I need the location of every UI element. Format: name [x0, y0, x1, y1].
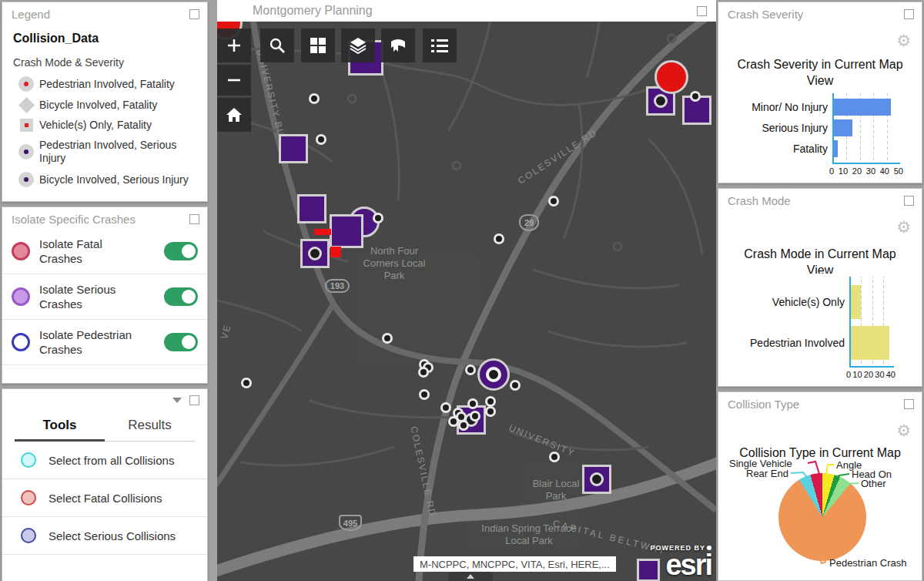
- basemap-gallery-button[interactable]: [301, 29, 335, 62]
- route-shield: 29: [519, 214, 539, 231]
- axis-tick-label: 10: [852, 370, 862, 379]
- crash-point-dot[interactable]: [419, 389, 430, 400]
- crash-point-dot[interactable]: [549, 452, 560, 462]
- bar-track: [851, 285, 894, 319]
- serious-crash-square-marker[interactable]: [330, 214, 363, 248]
- crash-point-dot[interactable]: [510, 380, 521, 391]
- crash-point-dot[interactable]: [485, 406, 496, 417]
- isolate-pedestrian-toggle[interactable]: [164, 333, 198, 351]
- layers-button[interactable]: [341, 29, 375, 62]
- bar-track: [851, 326, 894, 360]
- severity-x-axis: 01020304050: [829, 166, 903, 176]
- select-fatal-symbol-icon: [21, 490, 36, 505]
- crash-point-dot: [308, 247, 322, 260]
- fatal-crash-marker[interactable]: [654, 60, 688, 94]
- axis-tick-label: 0: [846, 370, 851, 379]
- map-title: Montgomery Planning: [253, 4, 373, 18]
- vehicle-fatality-marker[interactable]: [330, 247, 341, 257]
- crash-point-dot[interactable]: [241, 378, 252, 388]
- crash-point-dot[interactable]: [309, 93, 320, 104]
- gear-icon[interactable]: ⚙: [896, 32, 911, 50]
- attribution-expander[interactable]: [448, 572, 493, 581]
- isolate-panel-title: Isolate Specific Crashes: [12, 213, 136, 226]
- select-serious-collisions-button[interactable]: Select Serious Collisions: [2, 517, 207, 555]
- isolate-fatal-toggle[interactable]: [164, 242, 198, 260]
- serious-crash-circle-marker[interactable]: [477, 358, 510, 391]
- list-icon: [431, 39, 448, 52]
- isolate-serious-toggle[interactable]: [164, 287, 198, 306]
- bar-row: Minor/ No Injury: [834, 96, 900, 117]
- search-button[interactable]: [260, 29, 294, 62]
- serious-crash-square-marker[interactable]: [582, 465, 611, 494]
- pedestrian-fatality-symbol-icon: [18, 76, 34, 92]
- bar[interactable]: [851, 285, 861, 319]
- chevron-down-icon[interactable]: [172, 398, 182, 403]
- zoom-in-button[interactable]: [217, 29, 251, 62]
- crash-point-dot[interactable]: [470, 411, 480, 421]
- tab-results[interactable]: Results: [105, 418, 195, 441]
- park-label: Blair Local Park: [524, 478, 588, 502]
- window-icon[interactable]: [904, 9, 914, 19]
- zoom-out-button[interactable]: [217, 65, 251, 96]
- bar-row: Serious Injury: [834, 117, 900, 138]
- bar[interactable]: [834, 119, 852, 136]
- pie-label-rear-end: Rear End: [746, 468, 788, 479]
- plus-icon: [226, 38, 242, 53]
- park-label: North Four Corners Local Park: [354, 245, 434, 282]
- crash-point-dot[interactable]: [316, 134, 326, 145]
- crash-point-dot[interactable]: [465, 364, 476, 375]
- crash-point-dot[interactable]: [440, 402, 451, 413]
- crash-point-dot[interactable]: [548, 196, 559, 207]
- severity-panel-title: Crash Severity: [728, 8, 803, 21]
- crash-point-dot[interactable]: [467, 398, 478, 409]
- bar[interactable]: [834, 140, 838, 157]
- crash-point-dot[interactable]: [373, 213, 383, 223]
- legend-item: Bicycle Involved, Serious Injury: [13, 172, 196, 187]
- serious-crash-square-marker[interactable]: [279, 134, 308, 163]
- select-fatal-collisions-button[interactable]: Select Fatal Collisions: [2, 479, 207, 517]
- window-icon[interactable]: [189, 395, 199, 405]
- isolate-crashes-panel: Isolate Specific Crashes Isolate Fatal C…: [2, 207, 208, 384]
- window-icon[interactable]: [697, 6, 707, 16]
- gear-icon[interactable]: ⚙: [896, 218, 911, 237]
- serious-crash-square-marker[interactable]: [297, 194, 326, 223]
- window-icon[interactable]: [189, 9, 199, 19]
- legend-panel-title: Legend: [12, 8, 50, 21]
- window-icon[interactable]: [189, 214, 199, 224]
- vehicle-fatality-marker[interactable]: [314, 229, 331, 235]
- crash-point-dot[interactable]: [418, 367, 429, 378]
- tab-tools[interactable]: Tools: [15, 418, 105, 442]
- map-header: Montgomery Planning: [217, 0, 716, 22]
- tools-panel: Tools Results Select from all Collisions…: [2, 388, 208, 581]
- legend-item: Vehicle(s) Only, Fatality: [13, 119, 196, 132]
- home-button[interactable]: [217, 98, 251, 132]
- bookmark-button[interactable]: [381, 29, 415, 62]
- crash-point-dot[interactable]: [494, 233, 504, 244]
- select-all-symbol-icon: [21, 452, 36, 468]
- crash-mode-chart: Vehicle(s) OnlyPedestrian Involved 01020…: [746, 277, 894, 379]
- pedestrian-crash-symbol-icon: [12, 333, 30, 351]
- bar-track: [834, 99, 900, 116]
- crash-point-dot[interactable]: [458, 420, 469, 431]
- map-view[interactable]: North Four Corners Local Park Blair Loca…: [217, 0, 716, 581]
- bar[interactable]: [851, 326, 889, 360]
- collision-type-panel: Collision Type ⚙ Collision Type in Curre…: [718, 391, 922, 581]
- legend-item: Pedestrian Involved, Serious Injury: [13, 139, 196, 165]
- window-icon[interactable]: [904, 196, 914, 206]
- crash-point-dot[interactable]: [485, 396, 496, 407]
- layers-icon: [349, 37, 367, 54]
- severity-chart-title: Crash Severity in Current Map View: [729, 56, 911, 90]
- select-all-collisions-button[interactable]: Select from all Collisions: [2, 442, 207, 479]
- serious-crash-square-marker[interactable]: [300, 239, 330, 268]
- crash-point-dot[interactable]: [382, 333, 393, 344]
- crash-point-dot: [654, 94, 668, 108]
- vehicle-fatality-symbol-icon: [20, 119, 33, 132]
- pedestrian-serious-symbol-icon: [18, 144, 34, 160]
- mode-plot-area: Vehicle(s) OnlyPedestrian Involved: [849, 277, 894, 368]
- axis-tick-label: 50: [894, 166, 903, 176]
- esri-logo: POWERED BY esri: [650, 545, 711, 578]
- bar[interactable]: [834, 99, 891, 116]
- legend-list-button[interactable]: [423, 29, 457, 62]
- bookmark-icon: [389, 37, 407, 54]
- crash-point-dot[interactable]: [690, 91, 701, 102]
